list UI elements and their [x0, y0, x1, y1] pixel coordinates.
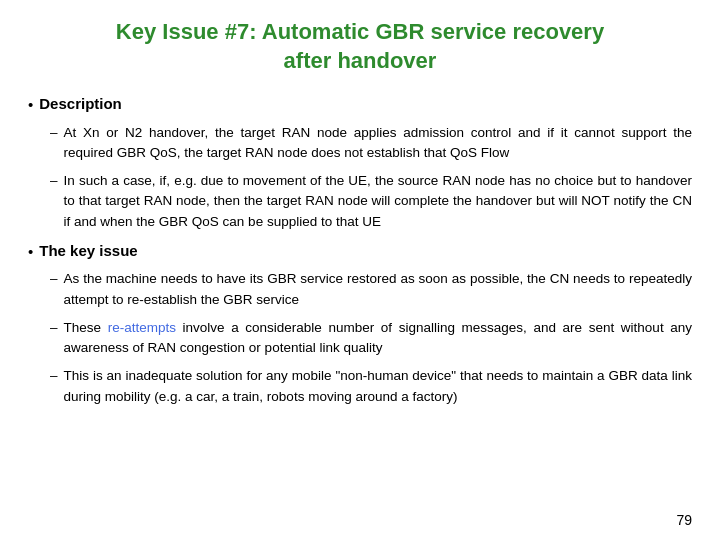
key-issue-sub-text-1: As the machine needs to have its GBR ser…: [64, 269, 692, 310]
page-number: 79: [676, 512, 692, 528]
dash-5: –: [50, 366, 58, 386]
dash-1: –: [50, 123, 58, 143]
key-issue-sub-item-3: – This is an inadequate solution for any…: [50, 366, 692, 407]
key-issue-sub-text-2: These re-attempts involve a considerable…: [64, 318, 692, 359]
description-sub-item-1: – At Xn or N2 handover, the target RAN n…: [50, 123, 692, 164]
slide-page: Key Issue #7: Automatic GBR service reco…: [0, 0, 720, 540]
bullet-symbol-description: •: [28, 94, 33, 117]
description-label: Description: [39, 93, 122, 116]
title-line1: Key Issue #7: Automatic GBR service reco…: [116, 19, 604, 44]
bullet-symbol-key-issue: •: [28, 241, 33, 264]
description-sub-text-2: In such a case, if, e.g. due to movement…: [64, 171, 692, 232]
key-issue-highlight: re-attempts: [108, 320, 176, 335]
dash-3: –: [50, 269, 58, 289]
key-issue-sub-text-3: This is an inadequate solution for any m…: [64, 366, 692, 407]
key-issue-sub-text-2-before: These: [64, 320, 108, 335]
key-issue-sub-item-2: – These re-attempts involve a considerab…: [50, 318, 692, 359]
title-line2: after handover: [284, 48, 437, 73]
key-issue-sub-item-1: – As the machine needs to have its GBR s…: [50, 269, 692, 310]
dash-4: –: [50, 318, 58, 338]
slide-content: • Description – At Xn or N2 handover, th…: [28, 93, 692, 407]
key-issue-label: The key issue: [39, 240, 137, 263]
description-sub-item-2: – In such a case, if, e.g. due to moveme…: [50, 171, 692, 232]
dash-2: –: [50, 171, 58, 191]
description-bullet: • Description: [28, 93, 692, 117]
key-issue-sub-text-1-content: As the machine needs to have its GBR ser…: [64, 271, 692, 306]
key-issue-bullet: • The key issue: [28, 240, 692, 264]
description-sub-text-1: At Xn or N2 handover, the target RAN nod…: [64, 123, 692, 164]
slide-title: Key Issue #7: Automatic GBR service reco…: [28, 18, 692, 75]
